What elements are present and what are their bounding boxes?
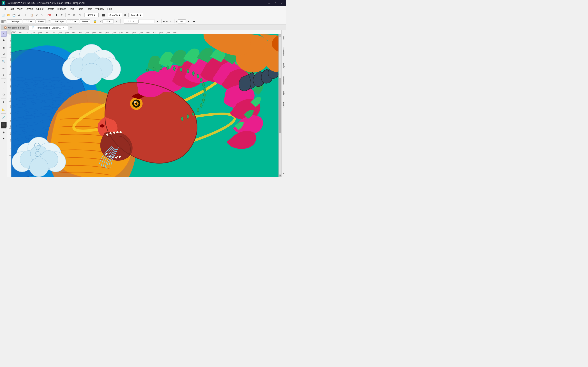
- snap-settings-button[interactable]: ⚙: [122, 13, 127, 17]
- import-button[interactable]: ⬇: [54, 13, 59, 17]
- vertical-scrollbar[interactable]: ▲ ▼: [278, 34, 281, 177]
- drawing-canvas[interactable]: [11, 34, 281, 177]
- home-icon: 🏠: [4, 26, 7, 29]
- ruler-tool-button[interactable]: 📐: [1, 107, 7, 113]
- toolbar-separator-6: [100, 13, 100, 17]
- svg-point-93: [100, 124, 104, 127]
- stroke-pattern-box[interactable]: [138, 20, 155, 23]
- minimize-button[interactable]: ─: [267, 1, 272, 5]
- menu-table[interactable]: Table: [76, 7, 85, 11]
- svg-text:1100: 1100: [72, 31, 76, 33]
- scroll-down-button[interactable]: ▼: [279, 175, 281, 177]
- launch-dropdown[interactable]: Launch ▼: [130, 13, 143, 17]
- zoom-tool-button[interactable]: 🔍: [1, 58, 7, 64]
- arrow-controls: ← → ▼: [163, 19, 173, 24]
- polygon-tool-button[interactable]: ⬡: [1, 92, 7, 98]
- tab-close-button[interactable]: ✕: [62, 26, 65, 29]
- angle-dropdown[interactable]: ▼: [114, 19, 119, 24]
- crop-tool-button[interactable]: ⊡: [1, 51, 7, 57]
- svg-text:1850: 1850: [173, 31, 177, 33]
- menu-view[interactable]: View: [16, 7, 24, 11]
- text-tool-button[interactable]: A: [1, 99, 7, 105]
- scroll-thumb[interactable]: [279, 78, 281, 133]
- x-input[interactable]: [7, 19, 22, 24]
- svg-text:1700: 1700: [153, 31, 156, 33]
- size-up[interactable]: ▲: [186, 19, 191, 24]
- y2-input[interactable]: [67, 19, 79, 24]
- menu-edit[interactable]: Edit: [8, 7, 16, 11]
- close-button[interactable]: ✕: [279, 1, 284, 5]
- toolbar-separator: [23, 13, 23, 17]
- export-pdf-button[interactable]: PDF: [47, 13, 52, 17]
- size-input[interactable]: [178, 19, 186, 24]
- menu-bitmaps[interactable]: Bitmaps: [56, 7, 68, 11]
- tab-add-button[interactable]: +: [69, 25, 73, 30]
- tab-welcome[interactable]: 🏠 Welcome Screen: [1, 25, 28, 30]
- node-tool-button[interactable]: ◈: [1, 37, 7, 43]
- pages-panel-button[interactable]: Pages: [282, 88, 286, 99]
- align-button[interactable]: ⊟: [77, 13, 82, 17]
- y-input[interactable]: [51, 19, 66, 24]
- arrow-dropdown[interactable]: ▼: [168, 19, 173, 24]
- x-coord-box: X:: [4, 19, 46, 24]
- menu-file[interactable]: File: [1, 7, 8, 11]
- main-area: ↖ ◈ ⊞ ⊡ 🔍 ✏ ⤴ ▭ ○ ⬡ A 📐 💉 ⬛ ⊕ ✦ 650: [0, 30, 286, 177]
- add-control[interactable]: +: [192, 19, 197, 24]
- properties-panel-button[interactable]: Properties: [282, 44, 286, 59]
- menu-tools[interactable]: Tools: [85, 7, 94, 11]
- cut-button[interactable]: ✂: [24, 13, 29, 17]
- menu-window[interactable]: Window: [94, 7, 106, 11]
- objects-panel-button[interactable]: Objects: [282, 59, 286, 73]
- view-full-button[interactable]: ⬛: [101, 13, 106, 17]
- open-button[interactable]: 📂: [6, 13, 11, 17]
- tab-dragon[interactable]: 📄 Firman Hatibu - Dragon... ✕: [28, 25, 68, 30]
- left-toolbox: ↖ ◈ ⊞ ⊡ 🔍 ✏ ⤴ ▭ ○ ⬡ A 📐 💉 ⬛ ⊕ ✦: [0, 30, 7, 177]
- eyedrop-tool-button[interactable]: 💉: [1, 114, 7, 120]
- toolbar2-sep2: [91, 19, 91, 24]
- menu-effects[interactable]: Effects: [45, 7, 56, 11]
- zoom-level[interactable]: 626% ▼: [84, 13, 99, 17]
- save-button[interactable]: 💾: [11, 13, 16, 17]
- menu-object[interactable]: Object: [35, 7, 45, 11]
- color-style-button[interactable]: ✦: [1, 136, 7, 141]
- svg-text:1150: 1150: [79, 31, 82, 33]
- interact-tool-button[interactable]: ⊕: [1, 129, 7, 135]
- rectangle-tool-button[interactable]: ▭: [1, 80, 7, 85]
- undo-button[interactable]: ↩: [35, 13, 39, 17]
- freehand-tool-button[interactable]: ✏: [1, 66, 7, 72]
- export-button[interactable]: ⬆: [60, 13, 64, 17]
- select-tool-button[interactable]: ↖: [1, 31, 7, 37]
- export-panel-button[interactable]: Export: [282, 99, 286, 110]
- x3-input[interactable]: [35, 19, 46, 24]
- scroll-up-button[interactable]: ▲: [279, 34, 281, 37]
- grid-button[interactable]: ⊞: [72, 13, 77, 17]
- redo-button[interactable]: ↪: [40, 13, 45, 17]
- menu-layout[interactable]: Layout: [24, 7, 35, 11]
- svg-text:700: 700: [19, 31, 22, 33]
- y3-input[interactable]: [80, 19, 90, 24]
- maximize-button[interactable]: □: [273, 1, 278, 5]
- comments-panel-button[interactable]: Comments: [282, 73, 286, 88]
- print-button[interactable]: 🖨: [17, 13, 22, 17]
- hints-panel-button[interactable]: Hints: [282, 32, 286, 44]
- stroke-dropdown[interactable]: ▼: [155, 19, 160, 24]
- snap-to-dropdown[interactable]: Snap To ▼: [108, 13, 122, 17]
- lock-ratio-button[interactable]: 🔒: [93, 19, 97, 24]
- svg-text:1350: 1350: [106, 31, 109, 33]
- copy-button[interactable]: 📋: [29, 13, 34, 17]
- x2-input[interactable]: [23, 19, 35, 24]
- add-panel-button[interactable]: +: [281, 171, 286, 176]
- new-button[interactable]: 📄: [1, 13, 6, 17]
- transform-tool-button[interactable]: ⊞: [1, 45, 7, 50]
- angle-input[interactable]: [103, 19, 114, 24]
- smart-draw-button[interactable]: ⤴: [1, 72, 7, 78]
- toolbar-separator-4: [65, 13, 66, 17]
- menu-text[interactable]: Text: [68, 7, 76, 11]
- ellipse-tool-button[interactable]: ○: [1, 86, 7, 91]
- view-options-button[interactable]: ⊡: [67, 13, 71, 17]
- menu-help[interactable]: Help: [106, 7, 114, 11]
- fill-tool-button[interactable]: ⬛: [1, 122, 7, 128]
- stroke-size-box[interactable]: 0.5 pt: [124, 19, 138, 24]
- canvas-area[interactable]: 650 700 750 800 850 900 950 1000 1050 11…: [7, 30, 281, 177]
- size-grid-icon: [1, 20, 4, 23]
